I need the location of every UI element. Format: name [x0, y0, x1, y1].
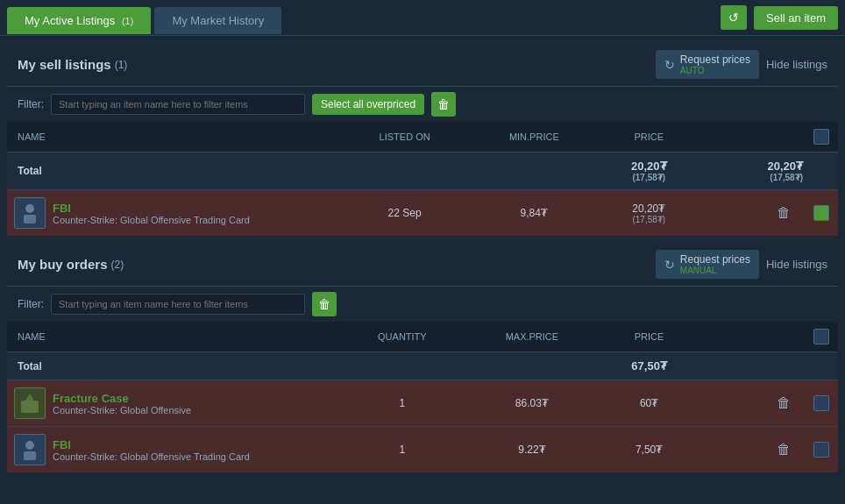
select-all-buy-checkbox[interactable] — [813, 329, 829, 344]
buy-item-0-actions: 🗑 — [708, 395, 796, 411]
svg-rect-8 — [24, 451, 36, 460]
sell-filter-input[interactable] — [51, 94, 305, 115]
request-prices-icon: ↻ — [664, 58, 675, 72]
buy-orders-title: My buy orders — [18, 257, 108, 272]
sell-listings-count: (1) — [115, 59, 128, 71]
sell-listings-header: My sell listings (1) ↻ Request prices AU… — [7, 43, 838, 86]
buy-item-1-price: 7,50₮ — [599, 427, 699, 473]
buy-col-name: NAME — [7, 322, 339, 352]
tab-active-listings[interactable]: My Active Listings (1) — [7, 7, 151, 34]
svg-point-7 — [25, 441, 34, 450]
buy-item-1-max-price: 9.22₮ — [465, 427, 600, 473]
trash-icon: 🗑 — [437, 97, 450, 111]
sell-item-price: 20,20₮ (17,58₮) — [599, 190, 699, 237]
buy-delete-button[interactable]: 🗑 — [312, 292, 337, 316]
sell-item-button[interactable]: Sell an item — [754, 6, 838, 30]
buy-item-1-checkbox[interactable] — [813, 442, 829, 458]
sell-item-name-cell: FBI Counter-Strike: Global Offensive Tra… — [14, 197, 330, 229]
sell-total-row: Total 20,20₮ (17,58₮) 20,20₮ (17,58₮) — [7, 153, 838, 190]
sell-item-checkbox[interactable] — [813, 205, 829, 221]
buy-filter-input[interactable] — [51, 294, 305, 315]
buy-col-max-price: MAX.PRICE — [465, 322, 600, 352]
buy-orders-table: NAME QUANTITY MAX.PRICE PRICE Total 67,5… — [7, 322, 838, 472]
buy-item-0-checkbox[interactable] — [813, 395, 829, 411]
col-price: PRICE — [599, 122, 699, 153]
buy-orders-section: My buy orders (2) ↻ Request prices MANUA… — [7, 243, 838, 472]
col-check-sell — [805, 122, 838, 153]
buy-col-quantity: QUANTITY — [339, 322, 465, 352]
request-prices-button[interactable]: ↻ Request prices AUTO — [656, 50, 759, 79]
buy-request-prices-button[interactable]: ↻ Request prices MANUAL — [656, 250, 759, 279]
sell-filter-row: Filter: Select all overpriced 🗑 — [7, 86, 838, 122]
refresh-button[interactable]: ↺ — [721, 5, 747, 30]
buy-item-row-0: Fracture Case Counter-Strike: Global Off… — [7, 380, 838, 427]
hide-sell-listings-button[interactable]: Hide listings — [766, 58, 827, 71]
buy-filter-row: Filter: 🗑 — [7, 286, 838, 322]
svg-rect-4 — [21, 401, 39, 413]
fbi-thumb-svg — [17, 200, 43, 226]
svg-point-1 — [25, 204, 34, 213]
sell-delete-button[interactable]: 🗑 — [431, 92, 456, 117]
buy-col-actions — [699, 322, 805, 352]
col-actions-sell — [699, 122, 805, 153]
tab-actions: ↺ Sell an item — [721, 5, 838, 35]
buy-refresh-icon: ↻ — [664, 258, 675, 272]
buy-trash-icon: 🗑 — [318, 297, 330, 311]
buy-item-0-thumb — [14, 387, 46, 419]
sell-listings-title: My sell listings — [18, 57, 111, 72]
sell-item-row: FBI Counter-Strike: Global Offensive Tra… — [7, 190, 838, 237]
sell-item-delete-button[interactable]: 🗑 — [777, 205, 791, 221]
col-listed-on: LISTED ON — [339, 122, 470, 153]
buy-item-0-price: 60₮ — [599, 380, 699, 427]
buy-orders-header: My buy orders (2) ↻ Request prices MANUA… — [7, 243, 838, 286]
buy-col-check — [805, 322, 838, 352]
tab-market-history[interactable]: My Market History — [154, 7, 281, 34]
buy-item-1-delete-button[interactable]: 🗑 — [777, 442, 791, 458]
sell-item-listed-on: 22 Sep — [339, 190, 470, 237]
buy-item-0-max-price: 86.03₮ — [465, 380, 600, 427]
buy-total-row: Total 67,50₮ — [7, 352, 838, 380]
select-all-sell-checkbox[interactable] — [813, 129, 829, 145]
col-name: NAME — [7, 122, 339, 153]
svg-rect-2 — [24, 215, 36, 224]
buy-item-row-1: FBI Counter-Strike: Global Offensive Tra… — [7, 427, 838, 473]
fbi2-thumb-svg — [17, 437, 43, 463]
buy-item-1-actions: 🗑 — [708, 442, 796, 458]
buy-item-0-quantity: 1 — [339, 380, 465, 427]
buy-item-1-quantity: 1 — [339, 427, 465, 473]
tab-bar: My Active Listings (1) My Market History… — [0, 0, 845, 36]
buy-item-1-name-cell: FBI Counter-Strike: Global Offensive Tra… — [14, 434, 330, 465]
sell-item-thumb — [14, 197, 46, 229]
buy-filter-label: Filter: — [18, 298, 44, 310]
buy-orders-count: (2) — [111, 259, 124, 271]
sell-item-actions: 🗑 — [708, 205, 796, 221]
buy-item-0-delete-button[interactable]: 🗑 — [777, 395, 791, 411]
sell-filter-label: Filter: — [18, 98, 44, 110]
sell-listings-section: My sell listings (1) ↻ Request prices AU… — [7, 43, 838, 236]
sell-item-min-price: 9,84₮ — [470, 190, 599, 237]
buy-item-1-thumb — [14, 434, 46, 465]
buy-item-0-name-cell: Fracture Case Counter-Strike: Global Off… — [14, 387, 330, 419]
fracture-thumb-svg — [17, 390, 43, 416]
col-min-price: MIN.PRICE — [470, 122, 599, 153]
sell-listings-table: NAME LISTED ON MIN.PRICE PRICE Total 20,… — [7, 122, 838, 236]
hide-buy-listings-button[interactable]: Hide listings — [766, 258, 827, 271]
select-overpriced-button[interactable]: Select all overpriced — [312, 94, 424, 115]
refresh-icon: ↺ — [728, 11, 739, 25]
buy-col-price: PRICE — [599, 322, 699, 352]
